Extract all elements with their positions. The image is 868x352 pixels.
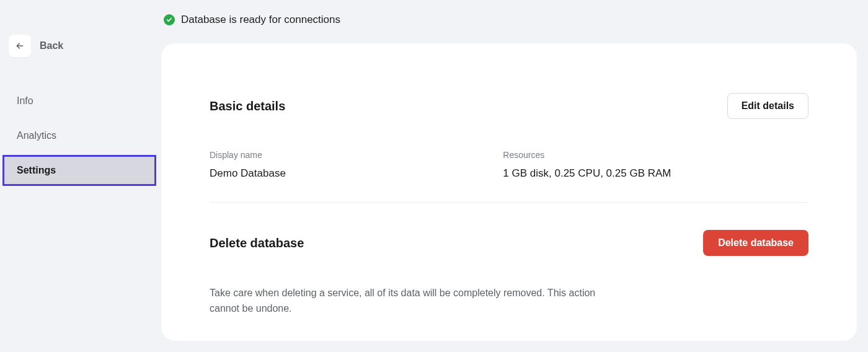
- delete-database-button[interactable]: Delete database: [703, 230, 808, 256]
- edit-details-button[interactable]: Edit details: [727, 93, 808, 119]
- delete-description: Take care when deleting a service, all o…: [210, 286, 606, 317]
- resources-value: 1 GB disk, 0.25 CPU, 0.25 GB RAM: [503, 167, 796, 180]
- resources-field: Resources 1 GB disk, 0.25 CPU, 0.25 GB R…: [503, 150, 796, 180]
- section-divider: [210, 202, 808, 203]
- basic-details-title: Basic details: [210, 99, 285, 113]
- sidebar-item-analytics[interactable]: Analytics: [2, 120, 159, 151]
- back-button[interactable]: [9, 35, 31, 57]
- sidebar: Back Info Analytics Settings: [0, 0, 161, 352]
- display-name-label: Display name: [210, 150, 503, 160]
- main-content: Database is ready for connections Basic …: [161, 0, 868, 352]
- status-row: Database is ready for connections: [161, 14, 857, 26]
- status-ready-icon: [164, 14, 175, 25]
- arrow-left-icon: [15, 41, 25, 51]
- sidebar-item-settings[interactable]: Settings: [2, 155, 156, 186]
- back-label[interactable]: Back: [40, 40, 63, 51]
- delete-database-title: Delete database: [210, 236, 304, 250]
- resources-label: Resources: [503, 150, 796, 160]
- display-name-value: Demo Database: [210, 167, 503, 180]
- status-text: Database is ready for connections: [181, 14, 340, 26]
- display-name-field: Display name Demo Database: [210, 150, 503, 180]
- sidebar-item-info[interactable]: Info: [2, 86, 159, 117]
- settings-card: Basic details Edit details Display name …: [161, 43, 857, 341]
